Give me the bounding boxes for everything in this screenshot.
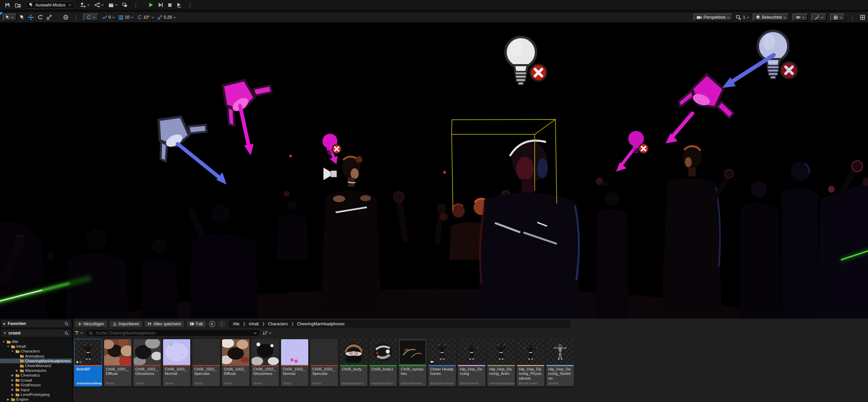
preview-effects-dropdown[interactable] [811, 14, 827, 21]
asset-tile-ch06-body[interactable]: Ch06_bodyMaterialinstanz [340, 339, 368, 386]
tree-item-animations[interactable]: Animations [0, 354, 72, 359]
sort-icon[interactable] [262, 331, 272, 336]
tree-item-levelprototyping[interactable]: ▶LevelPrototyping [0, 392, 72, 397]
add-actor-icon[interactable] [79, 2, 90, 8]
surface-snapping-dropdown[interactable] [83, 14, 98, 21]
expand-right-icon[interactable]: ▶ [11, 388, 14, 391]
tree-item-engine[interactable]: ▶Engine [0, 397, 72, 402]
move-tool-icon[interactable] [28, 14, 34, 20]
tree-item-characters[interactable]: ▼Characters [0, 349, 72, 353]
back-button[interactable] [209, 321, 216, 327]
tree-item-inhalt[interactable]: ▼Inhalt [0, 344, 72, 349]
forward-button[interactable] [218, 321, 225, 327]
play-options-kebab-icon[interactable]: ⋮ [186, 2, 194, 7]
tree-item-mannequins[interactable]: ▶Mannequins [0, 368, 72, 373]
search-icon[interactable] [64, 322, 69, 326]
asset-name: AnimBP [76, 367, 100, 371]
add-button[interactable]: Hinzufügen [74, 320, 107, 328]
favorites-header[interactable]: ▶ Favoriten [1, 320, 72, 328]
asset-tile-ch06-1002-glossiness[interactable]: Ch06_1002_GlossinessTextur [251, 339, 279, 386]
asset-name: Hip_Hop_Dancing_Anim [489, 367, 513, 376]
world-space-globe-icon[interactable] [63, 15, 68, 20]
breadcrumb-item[interactable]: Inhalt [249, 322, 259, 326]
view-mode-dropdown[interactable]: Beleuchtet [753, 14, 789, 21]
select-tool-icon[interactable] [20, 15, 24, 20]
rotate-tool-icon[interactable] [37, 15, 43, 20]
breadcrumb-item[interactable]: CheeringManHeadphones [297, 322, 344, 326]
asset-tile-ch06-body1[interactable]: Ch06_body1Materialinstanz [369, 339, 397, 386]
asset-tile-ch06-1002-specular[interactable]: Ch06_1002_SpecularTextur [310, 339, 338, 386]
camera-perspective-dropdown[interactable]: Perspektive [693, 14, 733, 21]
chevron-down-icon[interactable] [254, 332, 257, 334]
blueprints-icon[interactable] [94, 2, 104, 7]
expand-right-icon[interactable]: ▶ [11, 374, 14, 377]
save-icon[interactable] [5, 2, 10, 8]
grid-snap-control[interactable]: 10 [118, 15, 134, 20]
import-button[interactable]: Importieren [109, 320, 143, 328]
asset-tile-ch06-1001-specular[interactable]: Ch06_1001_SpecularTextur [192, 339, 220, 386]
asset-tile-animbp[interactable]: ★⁂AnimBPAnimationsblueprint [74, 339, 102, 386]
asset-tile-ch06-eyelashes[interactable]: Ch06_eyelashesMaterialinstanz [399, 339, 427, 386]
tree-item-firstperson[interactable]: ▶FirstPerson [0, 383, 72, 387]
scale-tool-icon[interactable] [46, 15, 52, 20]
tree-item-alle[interactable]: ▼Alle [0, 339, 72, 344]
expand-down-icon[interactable]: ▼ [11, 350, 14, 353]
frame-skip-button[interactable] [158, 2, 163, 7]
breadcrumb-item[interactable]: Characters [268, 322, 288, 326]
asset-tile-hip-hop-dancing[interactable]: Hip_Hop_DancingSkelett-Mesh [458, 339, 486, 386]
tree-item-label: Cinematics [21, 373, 40, 377]
expand-right-icon[interactable]: ▶ [11, 383, 14, 386]
tree-item-input[interactable]: ▶Input [0, 387, 72, 392]
folder-tree: ▼Alle▼Inhalt▼CharactersAnimationsCheerin… [0, 339, 72, 402]
search-input[interactable] [95, 330, 252, 336]
expand-right-icon: ▶ [3, 322, 6, 325]
asset-tile-hip-hop-dancing-skeleton[interactable]: Hip_Hop_Dancing_SkeletonSkelett [546, 339, 574, 386]
asset-tile-cheer-headphones[interactable]: Cheer HeadphonesBlueprint-Klasse [428, 339, 456, 386]
asset-tile-ch06-1001-glossiness[interactable]: Ch06_1001_GlossinessTextur [133, 339, 161, 386]
platforms-icon[interactable] [122, 2, 127, 7]
expand-right-icon[interactable]: ▶ [15, 369, 19, 372]
filter-icon[interactable] [74, 331, 83, 335]
browse-content-icon[interactable] [15, 2, 21, 8]
asset-tile-ch06-1002-normal[interactable]: Ch06_1002_NormalTextur [281, 339, 309, 386]
search-icon[interactable] [64, 331, 69, 336]
select-mode-dropdown[interactable]: Auswahl-Modus [26, 1, 75, 9]
asset-tile-hip-hop-dancing-physicsasset[interactable]: Hip_Hop_Dancing_PhysicsAssetPhysik-Asset [517, 339, 545, 386]
tree-item-cheerwoman2[interactable]: CheerWoman2 [0, 363, 72, 368]
viewport-select-mode-dropdown[interactable] [3, 14, 17, 21]
asset-tile-ch06-1001-normal[interactable]: Ch06_1001_NormalTextur [163, 339, 191, 386]
expand-down-icon[interactable]: ▼ [6, 345, 10, 348]
play-from-here-button[interactable] [177, 2, 182, 8]
transform-options-kebab-icon[interactable]: ⋮ [72, 15, 80, 20]
stop-button[interactable] [167, 3, 172, 7]
play-button[interactable] [149, 2, 154, 7]
expand-right-icon[interactable]: ▶ [11, 379, 14, 382]
breadcrumb-item[interactable]: Alle [233, 322, 239, 326]
plus-icon [78, 322, 82, 326]
expand-right-icon[interactable]: ▶ [11, 393, 14, 396]
fab-button[interactable]: Fab [186, 320, 206, 328]
screen-size-control[interactable]: 1 [736, 15, 749, 20]
tree-item-cinematics[interactable]: ▶Cinematics [0, 373, 72, 378]
level-viewport[interactable] [0, 22, 868, 318]
rotation-snap-control[interactable]: 10° [137, 15, 154, 20]
tree-item-cheeringmanheadphones[interactable]: CheeringManHeadphones [0, 359, 72, 363]
viewport-settings-dropdown[interactable] [830, 14, 845, 21]
quad-view-icon[interactable] [860, 15, 865, 20]
asset-tile-hip-hop-dancing-anim[interactable]: Hip_Hop_Dancing_AnimAnimationssequenz [487, 339, 515, 386]
scale-snap-control[interactable]: 0,25 [157, 15, 176, 20]
collection-header[interactable]: ▼ crowd [1, 329, 72, 337]
tree-item-crowd[interactable]: ▶Crowd [0, 378, 72, 383]
show-flags-dropdown[interactable] [792, 14, 808, 21]
actor-snap-control[interactable]: 0 [102, 15, 115, 20]
cinematics-icon[interactable] [108, 2, 118, 7]
save-all-button[interactable]: Alles speichern [144, 320, 184, 328]
expand-down-icon[interactable]: ▼ [2, 340, 5, 343]
asset-tile-ch06-1001-diffuse[interactable]: Ch06_1001_DiffuseTextur [104, 339, 132, 386]
toolbar-options-kebab-icon[interactable]: ⋮ [132, 2, 140, 7]
expand-right-icon[interactable]: ▶ [6, 398, 10, 401]
asset-thumbnail [399, 339, 426, 365]
asset-search-field[interactable] [85, 329, 260, 337]
asset-tile-ch06-1002-diffuse[interactable]: Ch06_1002_DiffuseTextur [222, 339, 250, 386]
viewport-options-kebab-icon[interactable]: ⋮ [849, 15, 856, 20]
